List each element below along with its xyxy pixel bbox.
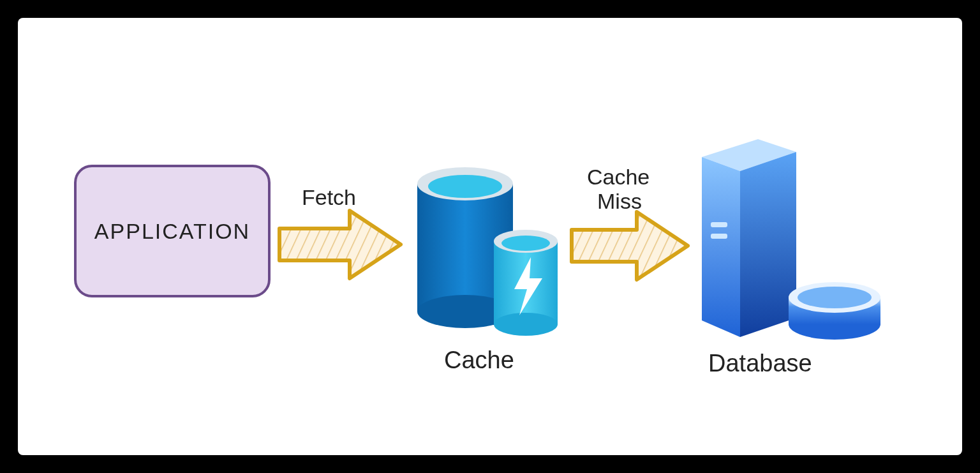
arrow-icon — [565, 204, 693, 287]
database-icon — [683, 126, 887, 343]
node-cache-label: Cache — [444, 347, 514, 374]
edge-cache-miss-label-2: Miss — [597, 189, 642, 214]
svg-marker-14 — [740, 152, 796, 337]
svg-point-9 — [501, 236, 550, 251]
svg-point-5 — [428, 175, 502, 198]
node-database — [683, 126, 887, 343]
node-application-label: APPLICATION — [94, 219, 250, 244]
svg-point-7 — [494, 313, 558, 336]
node-application: APPLICATION — [74, 165, 271, 297]
node-database-label: Database — [708, 350, 812, 377]
arrow-icon — [273, 203, 407, 286]
edge-fetch — [273, 203, 407, 289]
diagram-canvas: APPLICATION Fetch — [18, 18, 962, 455]
svg-rect-16 — [711, 234, 727, 239]
edge-cache-miss — [565, 204, 693, 290]
svg-point-20 — [798, 287, 872, 308]
edge-fetch-label: Fetch — [302, 185, 356, 210]
svg-rect-15 — [711, 222, 727, 227]
edge-cache-miss-label-1: Cache — [587, 165, 650, 190]
cache-icon — [405, 152, 564, 337]
svg-marker-13 — [702, 157, 740, 337]
node-cache — [405, 152, 564, 337]
